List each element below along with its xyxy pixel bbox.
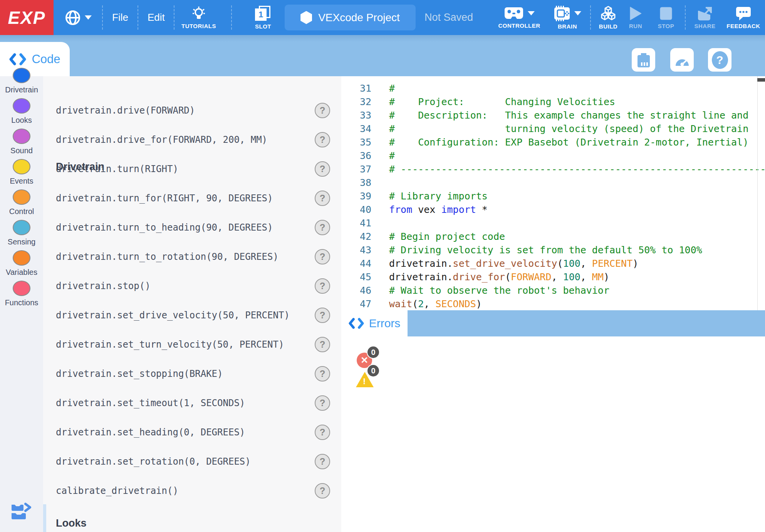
category-label: Sound [10, 146, 33, 155]
share-label: SHARE [694, 23, 715, 29]
help-icon[interactable]: ? [315, 220, 330, 235]
chevron-down-icon [85, 15, 92, 20]
help-icon[interactable]: ? [315, 132, 330, 147]
controller-label: CONTROLLER [498, 22, 540, 29]
device-info-button[interactable] [632, 48, 655, 72]
chevron-down-icon[interactable] [528, 11, 535, 15]
code-line: 43 # Driving velocity is set from the de… [341, 243, 765, 257]
command-item[interactable]: drivetrain.drive_for(FORWARD, 200, MM) [56, 134, 267, 145]
dashboard-button[interactable] [670, 48, 694, 72]
line-content: # Library imports [389, 189, 488, 203]
tab-errors[interactable]: Errors [341, 310, 408, 336]
category-label: Drivetrain [5, 85, 38, 94]
code-line: 36 # [341, 149, 765, 162]
help-icon[interactable]: ? [315, 308, 330, 323]
share-button: SHARE [690, 0, 720, 35]
feedback-button[interactable]: FEEDBACK [724, 0, 763, 35]
gauge-icon [674, 53, 690, 67]
run-button: RUN [623, 0, 648, 35]
stop-label: STOP [658, 23, 674, 29]
command-item[interactable]: drivetrain.drive(FORWARD) [56, 105, 195, 116]
file-menu[interactable]: File [112, 0, 128, 35]
command-item[interactable]: drivetrain.turn_for(RIGHT, 90, DEGREES) [56, 193, 273, 204]
command-item[interactable]: drivetrain.turn(RIGHT) [56, 164, 178, 174]
code-line: 35 # Configuration: EXP Basebot (Drivetr… [341, 136, 765, 149]
help-icon[interactable]: ? [315, 337, 330, 352]
line-content: # [389, 149, 395, 162]
line-content: # turning velocity (speed) of the Drivet… [389, 122, 748, 136]
line-number: 41 [341, 216, 371, 230]
sidebar-item-drivetrain[interactable]: Drivetrain [0, 68, 43, 94]
help-icon[interactable]: ? [315, 454, 330, 469]
language-menu[interactable] [58, 0, 98, 35]
line-number: 43 [341, 243, 371, 257]
tutorials-button[interactable]: TUTORIALS [176, 0, 222, 35]
command-row: drivetrain.set_turn_velocity(50, PERCENT… [43, 330, 341, 359]
line-number: 32 [341, 95, 371, 109]
code-line: 34 # turning velocity (speed) of the Dri… [341, 122, 765, 136]
run-label: RUN [629, 23, 642, 29]
brain-chip-icon [554, 6, 570, 21]
command-item[interactable]: drivetrain.set_turn_velocity(50, PERCENT… [56, 339, 284, 350]
help-icon[interactable]: ? [315, 483, 330, 499]
controller-button[interactable]: CONTROLLER [498, 0, 540, 35]
sidebar-item-variables[interactable]: Variables [0, 250, 43, 277]
help-icon[interactable]: ? [315, 103, 330, 118]
line-number: 39 [341, 189, 371, 203]
code-brackets-icon [9, 53, 26, 65]
sidebar-item-functions[interactable]: Functions [0, 281, 43, 307]
help-icon[interactable]: ? [315, 191, 330, 206]
code-editor[interactable]: 31 # 32 # Project: Changing Velocities 3… [341, 76, 765, 310]
editor-scrollbar-thumb[interactable] [757, 78, 765, 82]
command-row: drivetrain.set_drive_velocity(50, PERCEN… [43, 301, 341, 330]
code-line: 32 # Project: Changing Velocities [341, 95, 765, 109]
line-number: 33 [341, 109, 371, 122]
line-content: # --------------------------------------… [389, 162, 765, 176]
chevron-down-icon[interactable] [574, 11, 581, 15]
build-button[interactable]: BUILD [595, 0, 622, 35]
blocks-toggle-icon[interactable] [10, 502, 32, 522]
command-panel: Drivetrain drivetrain.drive(FORWARD) ? d… [43, 76, 341, 532]
command-item[interactable]: drivetrain.set_heading(0, DEGREES) [56, 427, 245, 438]
command-item[interactable]: drivetrain.set_drive_velocity(50, PERCEN… [56, 310, 290, 321]
command-row: drivetrain.set_rotation(0, DEGREES) ? [43, 447, 341, 476]
code-line: 46 # Wait to observe the robot's behavio… [341, 284, 765, 297]
slot-label: SLOT [255, 23, 271, 30]
sidebar-item-looks[interactable]: Looks [0, 98, 43, 125]
sidebar-item-control[interactable]: Control [0, 189, 43, 216]
command-item[interactable]: drivetrain.turn_to_rotation(90, DEGREES) [56, 251, 278, 262]
command-item[interactable]: drivetrain.set_stopping(BRAKE) [56, 368, 223, 379]
command-item[interactable]: drivetrain.turn_to_heading(90, DEGREES) [56, 222, 273, 233]
slot-pages-icon: 1 [255, 6, 271, 21]
category-label: Variables [6, 268, 37, 277]
command-row: drivetrain.set_stopping(BRAKE) ? [43, 359, 341, 388]
help-icon[interactable]: ? [315, 249, 330, 264]
project-name-button[interactable]: VEXcode Project [285, 5, 416, 30]
command-item[interactable]: drivetrain.stop() [56, 281, 151, 291]
command-item[interactable]: calibrate_drivetrain() [56, 485, 178, 496]
panel-edge-strip [43, 504, 46, 532]
edit-menu[interactable]: Edit [148, 0, 165, 35]
code-line: 47 wait(2, SECONDS) [341, 297, 765, 310]
sidebar-item-sound[interactable]: Sound [0, 129, 43, 155]
command-item[interactable]: drivetrain.set_timeout(1, SECONDS) [56, 398, 245, 408]
edit-menu-label: Edit [148, 12, 165, 23]
code-tab-label: Code [32, 52, 60, 66]
sidebar-item-sensing[interactable]: Sensing [0, 220, 43, 246]
help-icon[interactable]: ? [315, 161, 330, 177]
command-item[interactable]: drivetrain.set_rotation(0, DEGREES) [56, 456, 251, 467]
category-color-dot [13, 189, 30, 205]
line-content: drivetrain.drive_for(FORWARD, 100, MM) [389, 270, 609, 284]
line-number: 34 [341, 122, 371, 136]
errors-tab-label: Errors [369, 317, 401, 330]
sidebar-item-events[interactable]: Events [0, 159, 43, 186]
help-icon[interactable]: ? [315, 278, 330, 294]
brain-button[interactable]: BRAIN [550, 0, 585, 35]
slot-button[interactable]: 1 SLOT [244, 0, 282, 35]
code-line: 39 # Library imports [341, 189, 765, 203]
help-icon[interactable]: ? [315, 395, 330, 411]
help-icon[interactable]: ? [315, 366, 330, 381]
help-button[interactable]: ? [708, 48, 731, 72]
help-icon[interactable]: ? [315, 425, 330, 440]
line-content: # Project: Changing Velocities [389, 95, 615, 109]
